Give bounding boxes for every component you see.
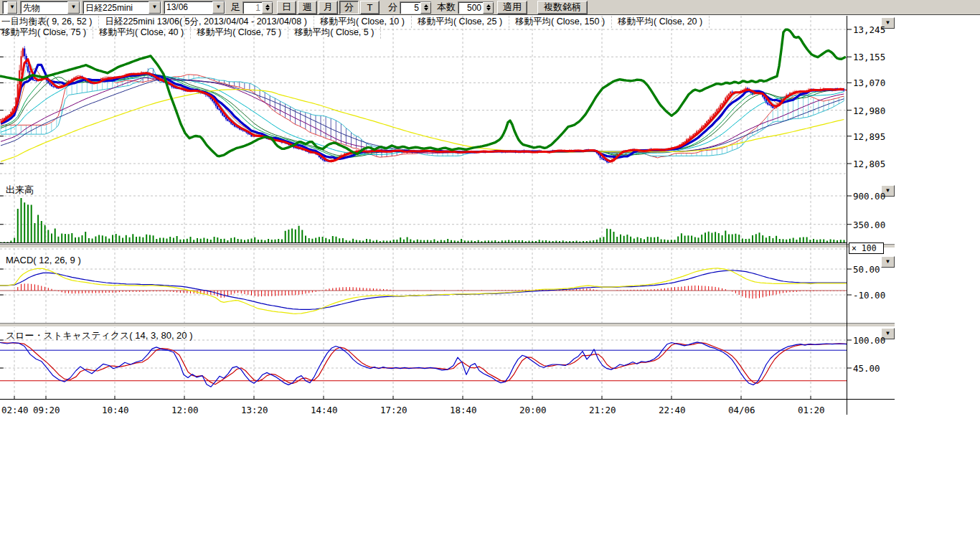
symbol-combobox[interactable]: 日経225mini ▼ bbox=[83, 1, 161, 14]
chevron-down-icon[interactable]: ▼ bbox=[212, 1, 225, 14]
bar-type-stepper-value: 1 bbox=[243, 2, 262, 14]
bar-type-stepper[interactable]: 1 bbox=[242, 1, 273, 14]
multi-symbol-button[interactable]: 複数銘柄 bbox=[537, 1, 588, 14]
chevron-down-icon[interactable]: ▼ bbox=[149, 1, 161, 14]
contract-month-combobox[interactable]: 13/06 ▼ bbox=[164, 1, 225, 14]
category-combobox-value: 先物 bbox=[21, 1, 67, 14]
minutes-stepper-value: 5 bbox=[400, 2, 420, 14]
apply-button[interactable]: 適用 bbox=[497, 1, 527, 14]
bar-type-label: 足 bbox=[231, 1, 240, 14]
price-pane-settings-dropdown[interactable]: ▼ bbox=[881, 17, 895, 29]
spinner-arrows-icon[interactable] bbox=[420, 2, 431, 14]
toolbar-mini-combobox[interactable]: ▼ bbox=[2, 1, 18, 14]
period-button-週[interactable]: 週 bbox=[298, 1, 317, 14]
contract-month-combobox-value: 13/06 bbox=[164, 1, 212, 14]
period-button-T[interactable]: T bbox=[360, 1, 380, 14]
minutes-stepper[interactable]: 5 bbox=[400, 1, 431, 14]
symbol-combobox-value: 日経225mini bbox=[83, 1, 149, 14]
stoch-pane-settings-dropdown[interactable]: ▼ bbox=[881, 328, 895, 339]
volume-multiplier-badge: × 100 bbox=[849, 242, 884, 254]
chart-area: 一目均衡表( 9, 26, 52 )日経225mini 13/06( 5分, 2… bbox=[0, 15, 980, 446]
period-button-月[interactable]: 月 bbox=[319, 1, 338, 14]
chevron-down-icon[interactable]: ▼ bbox=[7, 1, 17, 14]
toolbar: ▼ 先物 ▼ 日経225mini ▼ 13/06 ▼ 足 1 日週月分T 分 5… bbox=[0, 0, 980, 15]
minutes-label: 分 bbox=[388, 1, 397, 14]
spinner-arrows-icon[interactable] bbox=[483, 2, 494, 14]
period-button-group: 日週月分T bbox=[275, 1, 380, 14]
bar-count-stepper-value: 500 bbox=[458, 2, 483, 14]
period-button-分[interactable]: 分 bbox=[339, 1, 359, 14]
spinner-arrows-icon[interactable] bbox=[262, 2, 273, 14]
volume-pane-settings-dropdown[interactable]: ▼ bbox=[881, 185, 895, 197]
bar-count-stepper[interactable]: 500 bbox=[458, 1, 494, 14]
chart-application-window: ▼ 先物 ▼ 日経225mini ▼ 13/06 ▼ 足 1 日週月分T 分 5… bbox=[0, 0, 980, 551]
bar-count-label: 本数 bbox=[437, 1, 456, 14]
category-combobox[interactable]: 先物 ▼ bbox=[20, 1, 80, 14]
chevron-down-icon[interactable]: ▼ bbox=[67, 1, 80, 14]
chart-canvas bbox=[0, 15, 980, 446]
macd-pane-settings-dropdown[interactable]: ▼ bbox=[881, 256, 895, 268]
period-button-日[interactable]: 日 bbox=[277, 1, 296, 14]
